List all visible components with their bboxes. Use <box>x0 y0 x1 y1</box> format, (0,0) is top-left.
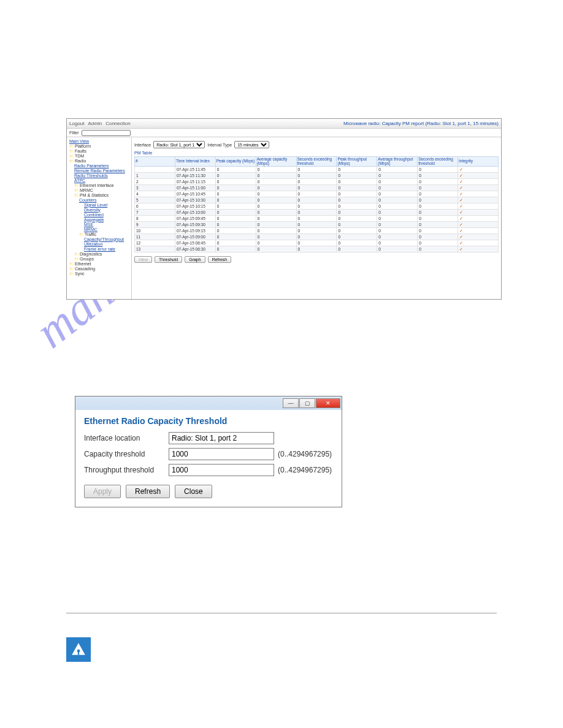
integrity-check-icon <box>458 216 499 222</box>
integrity-check-icon <box>458 173 499 179</box>
apply-button[interactable]: Apply <box>84 485 121 498</box>
table-cell: 0 <box>418 210 458 216</box>
table-cell: 0 <box>256 222 296 228</box>
table-cell: 0 <box>215 222 256 228</box>
table-cell: 0 <box>377 216 418 222</box>
table-cell: 7 <box>135 210 175 216</box>
close-dialog-button[interactable]: Close <box>175 485 212 498</box>
table-row[interactable]: 07-Apr-15 11:45000000 <box>135 167 499 173</box>
connection-link[interactable]: Connection <box>105 121 130 126</box>
table-row[interactable]: 707-Apr-15 10:00000000 <box>135 210 499 216</box>
table-row[interactable]: 407-Apr-15 10:45000000 <box>135 191 499 197</box>
tree-item[interactable]: Aggregate <box>68 217 130 222</box>
tree-item[interactable]: PM & Statistics <box>68 192 130 197</box>
tree-item[interactable]: TDM <box>68 153 130 158</box>
tree-item[interactable]: MRMC <box>68 227 130 232</box>
view-button[interactable]: View <box>134 256 152 263</box>
maximize-button[interactable]: ▢ <box>299 398 315 408</box>
table-cell: 0 <box>256 246 296 252</box>
graph-button[interactable]: Graph <box>185 256 205 263</box>
integrity-check-icon <box>458 222 499 228</box>
integrity-check-icon <box>458 228 499 234</box>
tree-item[interactable]: Frame error rate <box>68 246 130 251</box>
table-cell: 0 <box>256 228 296 234</box>
tree-item[interactable]: Ethernet Interface <box>68 183 130 188</box>
integrity-check-icon <box>458 179 499 185</box>
table-cell: 0 <box>215 185 256 191</box>
table-cell: 0 <box>337 179 377 185</box>
tree-item[interactable]: Faults <box>68 148 130 153</box>
dialog-titlebar: — ▢ ✕ <box>75 396 342 410</box>
table-row[interactable]: 207-Apr-15 11:15000000 <box>135 179 499 185</box>
table-row[interactable]: 607-Apr-15 10:15000000 <box>135 203 499 210</box>
table-row[interactable]: 1207-Apr-15 08:45000000 <box>135 240 499 246</box>
pm-table: #Time Interval IndexPeak capacity (Mbps)… <box>134 156 499 252</box>
table-cell: 0 <box>337 191 377 197</box>
tree-item[interactable]: Capacity/Throughput <box>68 237 130 241</box>
table-cell: 0 <box>418 228 458 234</box>
tree-item[interactable]: Remote Radio Parameters <box>68 168 130 173</box>
tree-item[interactable]: Utilization <box>68 241 130 246</box>
interface-select[interactable]: Radio: Slot 1, port 1 <box>153 141 205 148</box>
throughput-threshold-field[interactable] <box>169 464 274 476</box>
throughput-threshold-hint: (0..4294967295) <box>278 466 332 474</box>
table-cell: 0 <box>296 197 337 203</box>
table-row[interactable]: 1107-Apr-15 09:00000000 <box>135 234 499 240</box>
threshold-dialog: — ▢ ✕ Ethernet Radio Capacity Threshold … <box>75 396 342 507</box>
table-row[interactable]: 807-Apr-15 09:45000000 <box>135 216 499 222</box>
interface-label: Interface <box>134 143 151 147</box>
refresh-button[interactable]: Refresh <box>208 256 232 263</box>
integrity-check-icon <box>458 234 499 240</box>
dialog-title: Ethernet Radio Capacity Threshold <box>84 416 333 426</box>
table-row[interactable]: 307-Apr-15 11:00000000 <box>135 185 499 191</box>
tree-item[interactable]: Radio Parameters <box>68 163 130 168</box>
capacity-threshold-field[interactable] <box>169 448 274 460</box>
table-cell: 0 <box>418 216 458 222</box>
tree-item[interactable]: Sync <box>68 271 130 276</box>
table-cell: 0 <box>337 173 377 179</box>
tree-item[interactable]: Cascading <box>68 266 130 271</box>
tree-item[interactable]: Diversity <box>68 207 130 212</box>
table-row[interactable]: 907-Apr-15 09:30000000 <box>135 222 499 228</box>
tree-item[interactable]: ATPC <box>68 178 130 183</box>
tree-item[interactable]: Main View <box>68 138 130 143</box>
tree-item[interactable]: Radio <box>68 158 130 163</box>
tree-item[interactable]: Ethernet <box>68 261 130 266</box>
tree-item[interactable]: Traffic <box>68 232 130 237</box>
table-cell: 0 <box>296 216 337 222</box>
refresh-dialog-button[interactable]: Refresh <box>126 485 170 498</box>
table-header: Average throughput (Mbps) <box>377 157 418 167</box>
interval-select[interactable]: 15 minutes <box>234 141 269 148</box>
table-cell: 0 <box>296 191 337 197</box>
tree-item[interactable]: Counters <box>68 197 130 202</box>
tree-item[interactable]: Combined <box>68 212 130 217</box>
table-cell: 0 <box>377 203 418 210</box>
nav-tree[interactable]: Main ViewPlatformFaultsTDMRadioRadio Par… <box>67 137 132 299</box>
tree-item[interactable]: Signal Level <box>68 202 130 207</box>
table-cell: 0 <box>256 216 296 222</box>
tree-item[interactable]: MSE <box>68 222 130 227</box>
logout-link[interactable]: Logout <box>69 121 84 126</box>
table-cell: 0 <box>377 167 418 173</box>
table-cell: 0 <box>215 240 256 246</box>
table-row[interactable]: 1007-Apr-15 09:15000000 <box>135 228 499 234</box>
admin-link[interactable]: Admin <box>88 121 102 126</box>
table-row[interactable]: 1307-Apr-15 08:30000000 <box>135 246 499 252</box>
close-window-button[interactable]: ✕ <box>316 398 340 408</box>
table-cell: 07-Apr-15 10:00 <box>175 210 215 216</box>
tree-item[interactable]: Diagnostics <box>68 251 130 256</box>
tree-item[interactable]: Groups <box>68 256 130 261</box>
table-row[interactable]: 507-Apr-15 10:30000000 <box>135 197 499 203</box>
tree-item[interactable]: Platform <box>68 143 130 148</box>
threshold-button[interactable]: Threshold <box>155 256 182 263</box>
tree-item[interactable]: MRMC <box>68 188 130 192</box>
table-cell: 1 <box>135 173 175 179</box>
filter-input[interactable] <box>82 130 131 136</box>
minimize-button[interactable]: — <box>283 398 299 408</box>
table-cell: 0 <box>377 228 418 234</box>
integrity-check-icon <box>458 240 499 246</box>
table-row[interactable]: 107-Apr-15 11:30000000 <box>135 173 499 179</box>
table-cell: 07-Apr-15 11:30 <box>175 173 215 179</box>
table-cell: 0 <box>256 197 296 203</box>
tree-item[interactable]: Radio Thresholds <box>68 173 130 178</box>
